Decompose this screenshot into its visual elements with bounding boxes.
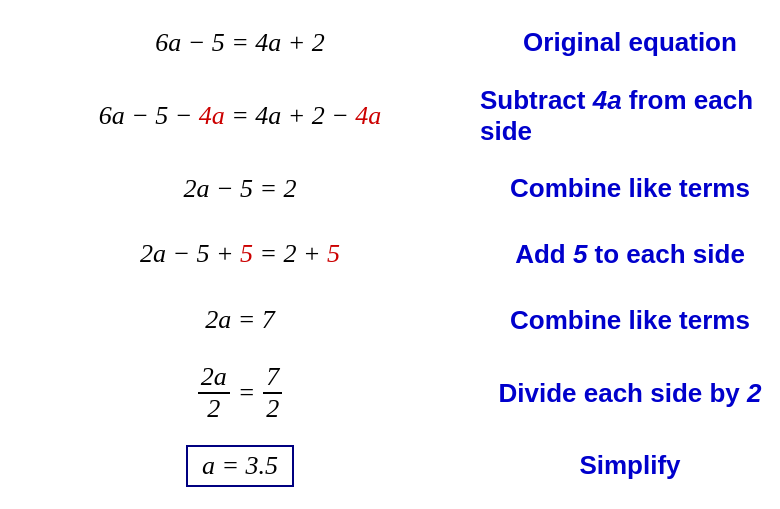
description-7: Simplify [480, 450, 780, 481]
equation-6: 2a 2 = 7 2 [0, 362, 480, 424]
step-4: 2a − 5 + 5 = 2 + 5 Add 5 to each side [0, 230, 780, 278]
equation-2: 6a − 5 − 4a = 4a + 2 − 4a [0, 101, 480, 131]
description-5: Combine like terms [480, 305, 780, 336]
step-6: 2a 2 = 7 2 Divide each side by 2 [0, 362, 780, 424]
step-1: 6a − 5 = 4a + 2 Original equation [0, 19, 780, 67]
step-5: 2a = 7 Combine like terms [0, 296, 780, 344]
equation-7: a = 3.5 [0, 445, 480, 487]
step-2: 6a − 5 − 4a = 4a + 2 − 4a Subtract 4a fr… [0, 85, 780, 147]
description-1: Original equation [480, 27, 780, 58]
equation-1: 6a − 5 = 4a + 2 [0, 28, 480, 58]
description-6: Divide each side by 2 [480, 378, 780, 409]
equation-5: 2a = 7 [0, 305, 480, 335]
equation-4: 2a − 5 + 5 = 2 + 5 [0, 239, 480, 269]
equation-3: 2a − 5 = 2 [0, 174, 480, 204]
step-3: 2a − 5 = 2 Combine like terms [0, 165, 780, 213]
main-container: 6a − 5 = 4a + 2 Original equation 6a − 5… [0, 0, 780, 509]
step-7: a = 3.5 Simplify [0, 442, 780, 490]
description-4: Add 5 to each side [480, 239, 780, 270]
description-3: Combine like terms [480, 173, 780, 204]
description-2: Subtract 4a from each side [480, 85, 780, 147]
